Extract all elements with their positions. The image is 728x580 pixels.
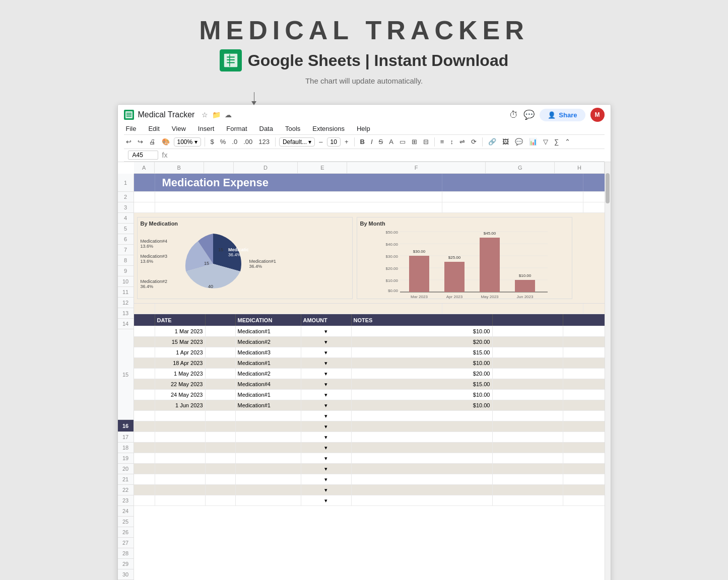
undo-button[interactable]: ↩ [124, 137, 134, 147]
currency-button[interactable]: $ [209, 137, 216, 147]
menu-help[interactable]: Help [355, 124, 372, 133]
menu-tools[interactable]: Tools [283, 124, 302, 133]
bar-chart-box: By Month $50.00 $40.00 $30.00 $20.00 $10… [357, 217, 572, 299]
vertical-scrollbar[interactable] [605, 162, 611, 580]
paint-button[interactable]: 🎨 [160, 137, 172, 147]
col-header-f[interactable]: F [347, 162, 486, 173]
svg-text:$50.00: $50.00 [385, 230, 398, 235]
bar-chart-svg: $50.00 $40.00 $30.00 $20.00 $10.00 $0.00 [360, 228, 569, 302]
font-size-selector[interactable]: 10 [327, 137, 341, 147]
doc-icon [124, 110, 134, 120]
svg-text:36.4%: 36.4% [228, 252, 241, 257]
svg-text:May 2023: May 2023 [481, 295, 499, 299]
expand-button[interactable]: ⌃ [563, 137, 572, 147]
fx-icon: fx [162, 151, 168, 159]
empty-data-row: ▾ [134, 453, 605, 464]
plus-button[interactable]: + [343, 137, 351, 147]
row-headers: 1 2 3 4 5 6 7 8 9 10 11 12 13 14 15 16 [118, 174, 134, 580]
table-row: 1 Jun 2023 Medication#1 ▾ $10.00 [134, 400, 605, 411]
svg-text:40: 40 [208, 284, 213, 289]
text-color-button[interactable]: A [387, 137, 395, 147]
svg-text:$10.00: $10.00 [385, 278, 398, 283]
table-row: 24 May 2023 Medication#1 ▾ $10.00 [134, 390, 605, 400]
decimal1-button[interactable]: .0 [230, 137, 239, 147]
menu-view[interactable]: View [170, 124, 188, 133]
col-header-e[interactable]: E [298, 162, 347, 173]
cell-reference[interactable]: A45 [128, 151, 158, 160]
font-family-selector[interactable]: Default... ▾ [279, 137, 315, 147]
table-row: 1 Mar 2023 Medication#1 ▾ $10.00 [134, 326, 605, 337]
link-button[interactable]: 🔗 [486, 137, 498, 147]
column-headers: A B D E F G H [134, 162, 605, 174]
image-button[interactable]: 🖼 [500, 137, 511, 147]
separator-row [134, 304, 605, 314]
print-button[interactable]: 🖨 [147, 137, 158, 147]
merge-button[interactable]: ⊟ [421, 137, 431, 147]
menu-edit[interactable]: Edit [146, 124, 161, 133]
decimal2-button[interactable]: .00 [241, 137, 254, 147]
comments-icon[interactable]: 💬 [523, 109, 535, 120]
align-v-button[interactable]: ↕ [448, 137, 455, 147]
strikethrough-button[interactable]: S [377, 137, 385, 147]
svg-text:$0.00: $0.00 [387, 288, 398, 293]
cloud-icon[interactable]: ☁ [225, 111, 232, 119]
minus-button[interactable]: – [317, 137, 324, 147]
svg-text:Mar 2023: Mar 2023 [411, 295, 428, 299]
redo-button[interactable]: ↪ [136, 137, 145, 147]
svg-text:Medication#1: Medication#1 [228, 247, 248, 252]
grid-content: Medication Expense [134, 174, 605, 580]
legend-med2: Medication#236.4% [141, 279, 176, 289]
svg-text:Apr 2023: Apr 2023 [446, 295, 462, 299]
chart-button[interactable]: 📊 [527, 137, 539, 147]
menu-insert[interactable]: Insert [196, 124, 217, 133]
chart-area: By Medication Medication#413.6% Medicati… [134, 213, 605, 304]
col-header-a[interactable]: A [134, 162, 155, 173]
svg-text:$30.00: $30.00 [385, 254, 398, 259]
filter-button[interactable]: ▽ [541, 137, 550, 147]
comment-button[interactable]: 💬 [513, 137, 525, 147]
col-header-g[interactable]: G [486, 162, 555, 173]
share-icon: 👤 [548, 111, 556, 119]
table-row: 1 May 2023 Medication#2 ▾ $20.00 [134, 369, 605, 379]
functions-button[interactable]: ∑ [552, 137, 561, 147]
col-header-h[interactable]: H [555, 162, 604, 173]
svg-text:$40.00: $40.00 [385, 242, 398, 247]
menu-data[interactable]: Data [257, 124, 275, 133]
empty-data-row: ▾ [134, 495, 605, 506]
percent-button[interactable]: % [218, 137, 228, 147]
wrap-button[interactable]: ⇌ [457, 137, 467, 147]
pie-chart-svg: Medication#1 36.4% 40 15 15 [178, 229, 248, 299]
col-header-c[interactable] [204, 162, 234, 173]
svg-text:15: 15 [218, 247, 223, 252]
borders-button[interactable]: ⊞ [410, 137, 419, 147]
star-icon[interactable]: ☆ [202, 111, 208, 119]
empty-data-row: ▾ [134, 421, 605, 432]
auto-update-text: The chart will update automatically. [117, 77, 611, 85]
scrollbar-thumb[interactable] [606, 173, 610, 203]
zoom-selector[interactable]: 100% ▾ [174, 137, 201, 147]
pie-legend: Medication#413.6% Medication#313.6% Medi… [141, 239, 176, 289]
col-header-b[interactable]: B [155, 162, 204, 173]
doc-title: Medical Tracker [138, 110, 195, 119]
bold-button[interactable]: B [358, 137, 367, 147]
svg-text:15: 15 [204, 261, 209, 266]
col-header-d[interactable]: D [234, 162, 298, 173]
history-icon[interactable]: ⏱ [509, 110, 518, 120]
menu-extensions[interactable]: Extensions [310, 124, 347, 133]
empty-row-3 [134, 202, 605, 213]
empty-row-2 [134, 192, 605, 202]
italic-button[interactable]: I [369, 137, 375, 147]
align-h-button[interactable]: ≡ [438, 137, 446, 147]
rotate-button[interactable]: ⟳ [469, 137, 479, 147]
menu-format[interactable]: Format [224, 124, 249, 133]
decimal3-button[interactable]: 123 [256, 137, 272, 147]
menu-file[interactable]: File [124, 124, 139, 133]
empty-data-row: ▾ [134, 485, 605, 495]
table-row: 15 Mar 2023 Medication#2 ▾ $20.00 [134, 337, 605, 347]
empty-data-row: ▾ [134, 464, 605, 474]
table-row: 1 Apr 2023 Medication#3 ▾ $15.00 [134, 347, 605, 358]
share-button[interactable]: 👤 Share [540, 109, 585, 121]
highlight-button[interactable]: ▭ [398, 137, 408, 147]
folder-icon[interactable]: 📁 [212, 111, 221, 119]
empty-data-row: ▾ [134, 411, 605, 421]
